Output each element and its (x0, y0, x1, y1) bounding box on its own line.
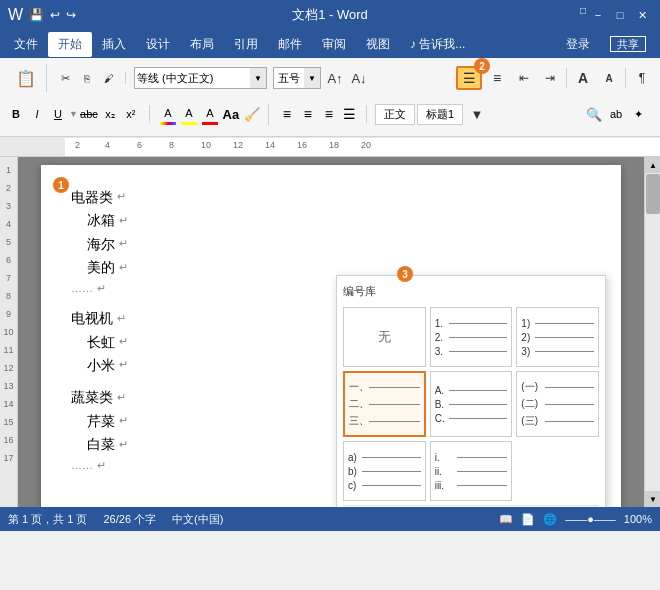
pilcrow-8: ↵ (119, 356, 128, 374)
align-center-button[interactable]: ≡ (298, 105, 318, 123)
left-ruler-12: 12 (3, 359, 13, 377)
scroll-up-button[interactable]: ▲ (645, 157, 660, 173)
left-ruler: 1 2 3 4 5 6 7 8 9 10 11 12 13 14 15 16 1… (0, 157, 18, 507)
font-name-combo[interactable]: ▼ (134, 67, 267, 89)
numeric-preview: 1. 2. 3. (435, 315, 508, 360)
view-web-icon[interactable]: 🌐 (543, 513, 557, 526)
indent-increase-button[interactable]: ⇥ (538, 66, 562, 90)
pilcrow-5: ↵ (97, 280, 106, 298)
paren-chinese-preview: (一) (二) (三) (521, 377, 594, 431)
horizontal-ruler: 2 4 6 8 10 12 14 16 18 20 (0, 137, 660, 157)
font-size-input[interactable] (274, 72, 304, 84)
font-name-arrow[interactable]: ▼ (250, 68, 266, 88)
bold-button[interactable]: B (6, 105, 26, 123)
style-heading1[interactable]: 标题1 (417, 104, 463, 125)
list-option-alpha-lower[interactable]: a) b) c) (343, 441, 426, 501)
superscript-button[interactable]: x² (121, 105, 141, 123)
list-button[interactable]: ☰ 2 (456, 66, 482, 90)
font-size-small-a[interactable]: A (597, 66, 621, 90)
doc-item-haier[interactable]: 海尔 ↵ (71, 233, 591, 255)
menu-design[interactable]: 设计 (136, 32, 180, 57)
font-size-combo[interactable]: ▼ (273, 67, 321, 89)
font-name-input[interactable] (135, 72, 250, 84)
menu-review[interactable]: 审阅 (312, 32, 356, 57)
list-option-numeric[interactable]: 1. 2. 3. (430, 307, 513, 367)
font-grow-button[interactable]: A↑ (325, 68, 345, 88)
clear-format-button[interactable]: 🧹 (242, 105, 262, 123)
scroll-track[interactable] (645, 173, 660, 491)
menu-mailings[interactable]: 邮件 (268, 32, 312, 57)
text-effect-button[interactable]: A (158, 104, 178, 122)
left-ruler-6: 6 (6, 251, 11, 269)
cut-button[interactable]: ✂ (55, 72, 75, 84)
spacer-text-2: …… (71, 457, 93, 475)
find-button[interactable]: 🔍 (584, 105, 604, 123)
list-option-roman-lower[interactable]: i. ii. iii. (430, 441, 513, 501)
subscript-button[interactable]: x₂ (100, 105, 120, 123)
menu-insert[interactable]: 插入 (92, 32, 136, 57)
title-bar-left: W 💾 ↩ ↪ (8, 6, 76, 24)
underline-button[interactable]: U (48, 105, 68, 123)
quick-access-save[interactable]: 💾 (29, 8, 44, 22)
annotation-1: 1 (53, 177, 69, 193)
list-options-grid: 无 1. 2. 3. 1) 2) 3) (343, 307, 599, 501)
ruler-inner: 2 4 6 8 10 12 14 16 18 20 (65, 138, 660, 156)
copy-button[interactable]: ⎘ (77, 72, 97, 84)
pilcrow-2: ↵ (119, 212, 128, 230)
dropdown-divider-1 (343, 505, 599, 506)
quick-access-redo[interactable]: ↪ (66, 8, 76, 22)
scroll-thumb[interactable] (646, 174, 660, 214)
list-option-none[interactable]: 无 (343, 307, 426, 367)
menu-home[interactable]: 开始 (48, 32, 92, 57)
font-color-button[interactable]: A (200, 104, 220, 122)
align-right-button[interactable]: ≡ (319, 105, 339, 123)
menu-view[interactable]: 视图 (356, 32, 400, 57)
restore-button[interactable]: □ (610, 5, 630, 25)
main-area: 1 2 3 4 5 6 7 8 9 10 11 12 13 14 15 16 1… (0, 157, 660, 507)
font-size-arrow[interactable]: ▼ (304, 68, 320, 88)
annotation-2: 2 (474, 58, 490, 74)
font-size-big-a[interactable]: A (571, 66, 595, 90)
status-right: 📖 📄 🌐 ——●—— 100% (499, 513, 652, 526)
menu-layout[interactable]: 布局 (180, 32, 224, 57)
word-icon: W (8, 6, 23, 24)
doc-item-fridge[interactable]: 冰箱 ↵ (71, 209, 591, 231)
menu-share[interactable]: 共享 (600, 33, 656, 56)
paste-button[interactable]: 📋 (10, 67, 42, 89)
close-button[interactable]: ✕ (632, 5, 652, 25)
text-midea: 美的 (87, 256, 115, 278)
minimize-button[interactable]: − (588, 5, 608, 25)
italic-button[interactable]: I (27, 105, 47, 123)
scroll-down-button[interactable]: ▼ (645, 491, 660, 507)
align-left-button[interactable]: ≡ (277, 105, 297, 123)
doc-item-appliances[interactable]: 电器类 ↵ (71, 186, 591, 208)
list-option-paren-chinese[interactable]: (一) (二) (三) (516, 371, 599, 437)
justify-button[interactable]: ☰ (340, 105, 360, 123)
font-shrink-button[interactable]: A↓ (349, 68, 369, 88)
show-all-button[interactable]: ¶ (630, 66, 654, 90)
pilcrow-6: ↵ (117, 310, 126, 328)
view-print-icon[interactable]: 📄 (521, 513, 535, 526)
list-option-paren-num[interactable]: 1) 2) 3) (516, 307, 599, 367)
list-option-chinese[interactable]: 一、 二、 三、 (343, 371, 426, 437)
highlight-button[interactable]: A (179, 104, 199, 122)
style-normal[interactable]: 正文 (375, 104, 415, 125)
list-option-alpha-upper[interactable]: A. B. C. (430, 371, 513, 437)
menu-references[interactable]: 引用 (224, 32, 268, 57)
indent-decrease-button[interactable]: ⇤ (512, 66, 536, 90)
zoom-slider[interactable]: ——●—— (565, 513, 616, 525)
font-size-aa-button[interactable]: Aa (221, 105, 241, 123)
styles-more-button[interactable]: ▼ (465, 102, 489, 126)
menu-help[interactable]: ♪ 告诉我... (400, 32, 475, 57)
vertical-scrollbar[interactable]: ▲ ▼ (644, 157, 660, 507)
quick-access-undo[interactable]: ↩ (50, 8, 60, 22)
text-fridge: 冰箱 (87, 209, 115, 231)
replace-button[interactable]: ab (606, 105, 626, 123)
menu-file[interactable]: 文件 (4, 32, 48, 57)
menu-signin[interactable]: 登录 (556, 32, 600, 57)
format-painter-button[interactable]: 🖌 (99, 72, 119, 84)
ruler-mark-12: 12 (233, 140, 243, 150)
strikethrough-button[interactable]: abc (79, 105, 99, 123)
view-read-icon[interactable]: 📖 (499, 513, 513, 526)
select-button[interactable]: ✦ (628, 105, 648, 123)
